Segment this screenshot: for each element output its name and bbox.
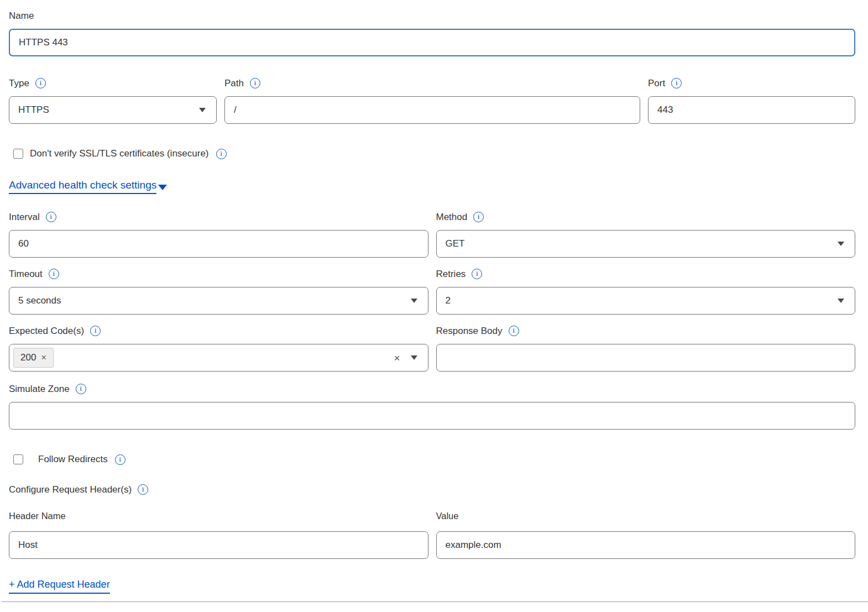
interval-field: Interval i <box>9 211 428 258</box>
path-input[interactable] <box>224 96 640 124</box>
name-label: Name <box>9 11 34 22</box>
clear-all-icon[interactable]: × <box>394 353 400 363</box>
path-label: Path <box>224 78 244 89</box>
simulate-zone-field: Simulate Zone i <box>9 383 855 430</box>
response-body-label: Response Body <box>436 326 503 337</box>
ssl-verify-checkbox[interactable] <box>13 149 23 159</box>
header-value-column-label: Value <box>436 511 856 522</box>
code-chip-value: 200 <box>20 352 36 363</box>
simulate-zone-input[interactable] <box>9 402 855 430</box>
timeout-select-value: 5 seconds <box>18 295 61 306</box>
follow-redirects-checkbox[interactable] <box>13 454 23 464</box>
type-field: Type i HTTPS <box>9 77 217 124</box>
timeout-select[interactable]: 5 seconds <box>9 287 428 315</box>
info-icon[interactable]: i <box>115 454 126 465</box>
header-value-field: Value <box>436 511 856 559</box>
method-field: Method i GET <box>436 211 856 258</box>
info-icon[interactable]: i <box>76 384 86 394</box>
expected-codes-field: Expected Code(s) i 200 × × <box>9 325 428 372</box>
add-request-header-link[interactable]: + Add Request Header <box>9 579 110 594</box>
expected-codes-label: Expected Code(s) <box>9 326 84 337</box>
ssl-verify-label: Don't verify SSL/TLS certificates (insec… <box>30 148 209 159</box>
name-input[interactable] <box>9 29 855 56</box>
code-chip: 200 × <box>13 348 54 368</box>
expected-codes-multiselect[interactable]: 200 × × <box>9 344 428 372</box>
timeout-retries-row: Timeout i 5 seconds Retries i 2 <box>9 268 855 315</box>
follow-redirects-row: Follow Redirects i <box>9 454 855 465</box>
ssl-verify-row: Don't verify SSL/TLS certificates (insec… <box>9 148 855 159</box>
info-icon[interactable]: i <box>671 78 682 88</box>
codes-body-row: Expected Code(s) i 200 × × Response Body… <box>9 325 855 372</box>
interval-input[interactable] <box>9 230 428 258</box>
type-path-port-row: Type i HTTPS Path i Port i <box>9 77 855 124</box>
info-icon[interactable]: i <box>46 212 56 222</box>
info-icon[interactable]: i <box>472 269 482 279</box>
advanced-settings-link[interactable]: Advanced health check settings <box>9 179 156 194</box>
port-input[interactable] <box>648 96 855 124</box>
header-row: Header Name Value <box>9 511 855 559</box>
chevron-down-icon <box>838 242 844 246</box>
section-divider <box>2 601 868 602</box>
chevron-down-icon <box>199 108 206 112</box>
type-select-value: HTTPS <box>18 104 49 116</box>
port-label: Port <box>648 78 665 89</box>
request-headers-label: Configure Request Header(s) <box>9 484 132 495</box>
port-field: Port i <box>648 77 855 124</box>
request-headers-section: Configure Request Header(s) i <box>9 484 855 495</box>
retries-field: Retries i 2 <box>436 268 856 315</box>
info-icon[interactable]: i <box>216 149 227 159</box>
response-body-input[interactable] <box>436 344 856 372</box>
chevron-down-icon <box>158 185 167 190</box>
chevron-down-icon <box>411 299 417 303</box>
info-icon[interactable]: i <box>35 78 46 88</box>
header-name-field: Header Name <box>9 511 428 559</box>
type-select[interactable]: HTTPS <box>9 96 217 124</box>
header-name-input[interactable] <box>9 531 428 559</box>
header-name-column-label: Header Name <box>9 511 428 522</box>
simulate-zone-label: Simulate Zone <box>9 384 70 395</box>
type-label: Type <box>9 78 29 89</box>
health-check-form: Name Type i HTTPS Path i Port i <box>0 0 868 602</box>
interval-label: Interval <box>9 212 40 223</box>
info-icon[interactable]: i <box>250 78 260 88</box>
info-icon[interactable]: i <box>138 484 148 495</box>
header-value-input[interactable] <box>436 531 856 559</box>
retries-select-value: 2 <box>446 295 451 306</box>
interval-method-row: Interval i Method i GET <box>9 211 855 258</box>
method-select-value: GET <box>446 238 465 249</box>
timeout-label: Timeout <box>9 269 43 280</box>
info-icon[interactable]: i <box>49 269 59 279</box>
response-body-field: Response Body i <box>436 325 856 372</box>
chevron-down-icon <box>411 355 417 360</box>
info-icon[interactable]: i <box>473 212 484 222</box>
timeout-field: Timeout i 5 seconds <box>9 268 428 315</box>
advanced-settings-row: Advanced health check settings <box>9 179 855 194</box>
path-field: Path i <box>224 77 640 124</box>
retries-label: Retries <box>436 269 466 280</box>
info-icon[interactable]: i <box>90 326 101 336</box>
method-label: Method <box>436 212 468 223</box>
add-header-row: + Add Request Header <box>9 579 855 594</box>
info-icon[interactable]: i <box>509 326 519 336</box>
chevron-down-icon <box>838 299 844 303</box>
name-label-row: Name <box>9 10 855 22</box>
follow-redirects-label: Follow Redirects <box>38 454 108 465</box>
remove-chip-icon[interactable]: × <box>41 353 46 363</box>
method-select[interactable]: GET <box>436 230 856 258</box>
retries-select[interactable]: 2 <box>436 287 856 315</box>
